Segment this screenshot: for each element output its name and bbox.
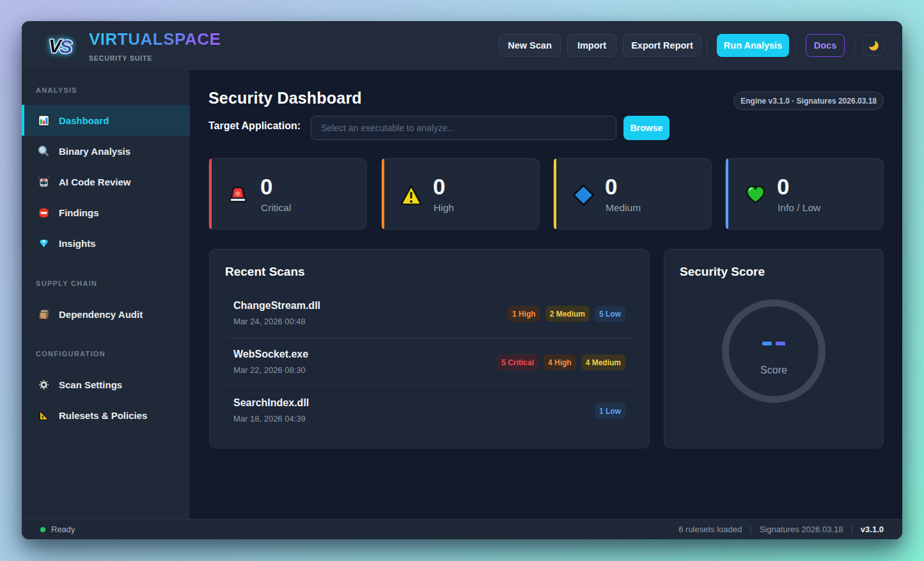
svg-text:S: S (59, 36, 72, 57)
